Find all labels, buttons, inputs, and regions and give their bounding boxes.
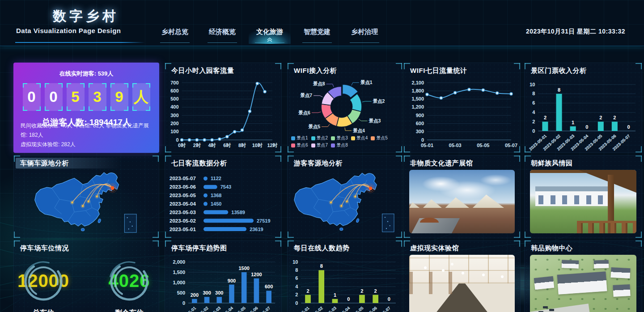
svg-text:2023-05-01: 2023-05-01 (178, 305, 197, 312)
svg-text:1: 1 (334, 292, 336, 298)
panel-parking-trend: 停车场停车趋势图 05001,0001,5002,0002002023-05-0… (165, 240, 282, 312)
svg-text:2023-05-04: 2023-05-04 (169, 201, 196, 207)
panel-parking-status: 停车场车位情况 12000 总车位 4026 剩余车位 (13, 240, 159, 312)
svg-text:2: 2 (544, 115, 547, 120)
svg-text:4: 4 (532, 110, 535, 115)
venue-visitor-details: 民间收藏展示馆: 40人 年画馆: 82人 非物质文化遗产展馆: 182人 虚拟… (21, 121, 156, 149)
photo-art (409, 272, 458, 294)
panel-title: 停车场车位情况 (20, 244, 69, 253)
panel-ticket-income: 景区门票收入分析 024681022023-05-0182023-05-0212… (524, 63, 642, 153)
flip-counter: 0 0 5 3 9 人 (13, 83, 159, 111)
svg-text:2: 2 (532, 119, 535, 124)
svg-text:0: 0 (347, 296, 350, 302)
panel-title: 韩品购物中心 (531, 244, 573, 253)
svg-text:10: 10 (530, 82, 535, 87)
photo-art (543, 306, 548, 308)
counter-digit: 0 (23, 83, 41, 111)
counter-digit: 9 (110, 83, 128, 111)
svg-text:景点3: 景点3 (369, 118, 381, 124)
svg-text:05-07: 05-07 (505, 143, 517, 148)
svg-text:6: 6 (295, 275, 298, 281)
parking-gauges: 12000 总车位 4026 剩余车位 (14, 261, 159, 312)
svg-text:0: 0 (176, 137, 178, 143)
svg-text:8: 8 (320, 263, 323, 269)
svg-text:1,800: 1,800 (411, 88, 424, 93)
tab-culture-tourism[interactable]: 文化旅游 (246, 25, 293, 44)
svg-text:2023-05-01: 2023-05-01 (169, 227, 196, 232)
svg-text:1200: 1200 (251, 272, 262, 277)
svg-text:景点6: 景点6 (298, 110, 310, 116)
svg-text:景点2: 景点2 (373, 98, 385, 104)
svg-text:1,000: 1,000 (173, 280, 185, 285)
counter-digit: 5 (67, 83, 85, 111)
panel-online-visitors: 在线实时游客: 539人 0 0 5 3 9 人 总游客人数: 1894417人… (13, 63, 159, 153)
svg-text:05-01: 05-01 (421, 143, 433, 148)
svg-text:1450: 1450 (211, 201, 221, 207)
photo-art (610, 267, 630, 279)
counter-digit: 0 (45, 83, 63, 111)
panel-shopping-center: 韩品购物中心 (524, 240, 642, 312)
tab-village-overview[interactable]: 乡村总览 (151, 25, 199, 44)
tab-smart-party[interactable]: 智慧党建 (293, 25, 341, 44)
tab-economy-overview[interactable]: 经济概览 (199, 25, 246, 44)
svg-text:1: 1 (572, 120, 574, 125)
svg-text:0: 0 (627, 124, 630, 130)
legend-item: 景点3 (331, 135, 348, 142)
venue-detail-line1: 民间收藏展示馆: 40人 年画馆: 82人 非物质文化遗产展馆: 182人 (21, 121, 156, 140)
ticket-income-bar-chart: 024681022023-05-0182023-05-0212023-05-03… (526, 77, 640, 151)
svg-text:1,500: 1,500 (411, 96, 424, 101)
photo-art (562, 260, 579, 268)
svg-text:2023-05-06: 2023-05-06 (169, 184, 196, 190)
parking-trend-bar-chart: 05001,0001,5002,0002002023-05-013002023-… (167, 255, 280, 312)
online-visitors-line: 在线实时游客: 539人 (13, 70, 159, 78)
svg-text:05-05: 05-05 (477, 143, 489, 148)
svg-text:6时: 6时 (223, 143, 231, 148)
svg-text:2023-05-03: 2023-05-03 (169, 210, 196, 215)
svg-text:0: 0 (585, 124, 588, 130)
legend-item: 景点8 (331, 142, 348, 149)
panel-korean-park: 朝鲜族风情园 (524, 155, 642, 238)
svg-text:8: 8 (295, 267, 298, 273)
svg-text:2时: 2时 (193, 143, 201, 148)
tab-underline (255, 42, 284, 43)
svg-text:景点7: 景点7 (300, 93, 312, 98)
tab-underline (160, 42, 190, 43)
svg-text:4时: 4时 (208, 143, 216, 148)
chevron-up-icon (266, 37, 273, 42)
legend-item: 景点6 (291, 142, 308, 149)
svg-text:500: 500 (170, 96, 178, 101)
app-subtitle: Data Visualization Page Design (16, 27, 121, 34)
wifi-access-donut-chart: 景点1景点2景点3景点4景点5景点6景点7景点8 (289, 77, 400, 134)
svg-text:600: 600 (170, 88, 178, 93)
china-map-vehicle-origin (16, 169, 157, 236)
svg-text:景点4: 景点4 (352, 128, 365, 134)
panel-title: 车辆车源地分析 (20, 159, 69, 168)
panel-hourly-flow: 今日小时入园客流量 01002003004005006007000时2时4时6时… (165, 63, 282, 153)
svg-text:2: 2 (599, 115, 602, 120)
china-map-visitor-origin (289, 169, 400, 236)
svg-text:13589: 13589 (231, 210, 245, 215)
svg-text:2023-05-05: 2023-05-05 (169, 193, 196, 198)
panel-title: 七日客流数据分析 (171, 159, 227, 168)
photo-art (577, 221, 636, 233)
svg-text:900: 900 (228, 278, 236, 283)
svg-text:8: 8 (532, 91, 535, 96)
svg-text:0时: 0时 (178, 143, 186, 148)
counter-unit: 人 (132, 83, 150, 111)
svg-text:0: 0 (421, 137, 424, 143)
svg-text:05-03: 05-03 (449, 143, 462, 148)
tab-village-governance[interactable]: 乡村治理 (341, 25, 388, 44)
panel-title: 非物质文化遗产展馆 (410, 159, 473, 168)
svg-text:2023-05-02: 2023-05-02 (169, 218, 196, 223)
svg-text:6: 6 (532, 100, 535, 105)
svg-text:200: 200 (170, 121, 178, 126)
svg-text:景点5: 景点5 (308, 124, 320, 130)
panel-title: 景区门票收入分析 (531, 67, 587, 75)
tab-underline (208, 42, 237, 43)
svg-text:2023-05-07: 2023-05-07 (169, 176, 196, 181)
panel-wifi-week: WIFI七日流量统计 03006009001,2001,5001,8002,10… (403, 63, 521, 153)
svg-text:2: 2 (360, 288, 363, 294)
panel-title: 今日小时入园客流量 (171, 67, 234, 75)
svg-text:0: 0 (532, 128, 535, 134)
svg-text:景点8: 景点8 (313, 81, 325, 87)
